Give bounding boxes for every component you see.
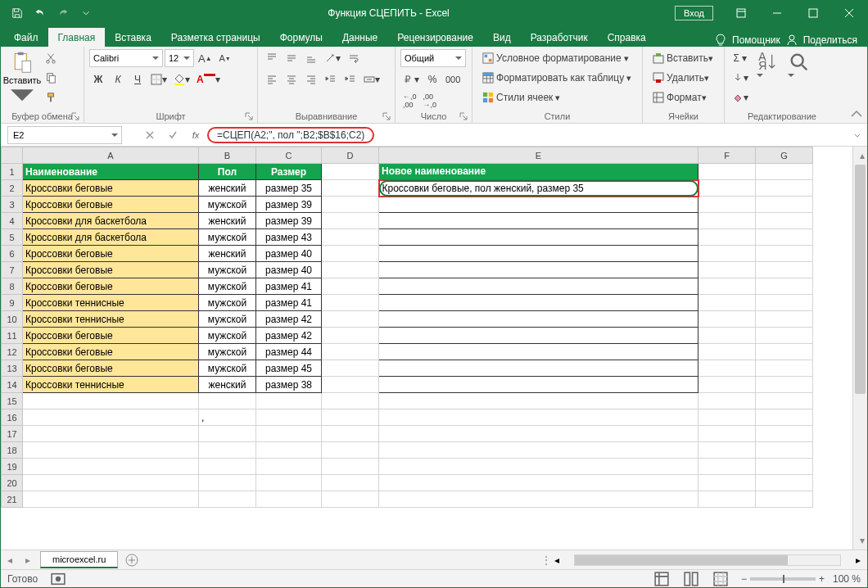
align-center-button[interactable] [283, 70, 301, 88]
italic-button[interactable]: К [109, 70, 127, 88]
share-button[interactable]: Поделиться [803, 34, 857, 46]
minimize-button[interactable] [759, 1, 795, 25]
svg-rect-17 [485, 55, 488, 58]
conditional-format-button[interactable]: Условное форматирование ▾ [477, 49, 634, 67]
zoom-level[interactable]: 100 % [833, 573, 861, 585]
accounting-format-button[interactable]: ₽▾ [400, 70, 422, 88]
format-painter-button[interactable] [42, 88, 60, 106]
svg-rect-13 [204, 74, 215, 76]
qat-dropdown[interactable] [76, 3, 96, 23]
clipboard-launcher[interactable] [71, 111, 81, 121]
format-cells-button[interactable]: Формат▾ [648, 88, 712, 106]
font-name-combo[interactable]: Calibri [89, 49, 163, 67]
expand-formula-bar-button[interactable] [848, 130, 867, 140]
sign-in-button[interactable]: Вход [675, 6, 713, 20]
delete-cells-button[interactable]: Удалить▾ [648, 69, 714, 87]
align-top-button[interactable] [263, 49, 281, 67]
number-format-combo[interactable]: Общий [400, 49, 466, 67]
alignment-launcher[interactable] [382, 111, 392, 121]
tab-review[interactable]: Рецензирование [387, 28, 483, 47]
clear-button[interactable]: ▾ [730, 88, 751, 106]
svg-point-35 [56, 576, 61, 581]
ribbon-display-button[interactable] [723, 1, 759, 25]
close-button[interactable] [831, 1, 867, 25]
orientation-button[interactable]: ▾ [322, 49, 343, 67]
decrease-font-button[interactable]: A▼ [216, 49, 234, 67]
find-select-button[interactable] [785, 49, 813, 97]
sheet-nav-prev[interactable]: ◂ [1, 551, 19, 569]
font-color-button[interactable]: A▾ [194, 70, 223, 88]
cut-button[interactable] [42, 49, 60, 67]
undo-button[interactable] [30, 3, 50, 23]
collapse-ribbon-button[interactable] [849, 106, 864, 121]
sort-filter-button[interactable]: АЯ [754, 49, 782, 97]
normal-view-button[interactable] [653, 572, 671, 586]
tab-help[interactable]: Справка [598, 28, 656, 47]
bold-button[interactable]: Ж [89, 70, 107, 88]
sheet-nav-next[interactable]: ▸ [19, 551, 37, 569]
comma-button[interactable]: 000 [443, 70, 463, 88]
tell-me-button[interactable]: Помощник [732, 34, 780, 46]
fill-color-button[interactable]: ▾ [171, 70, 192, 88]
tab-developer[interactable]: Разработчик [521, 28, 598, 47]
tab-data[interactable]: Данные [332, 28, 387, 47]
horizontal-scrollbar[interactable]: ◂▸ [548, 554, 867, 566]
insert-cells-button[interactable]: Вставить▾ [648, 49, 718, 67]
copy-button[interactable] [42, 69, 60, 87]
group-styles: Условное форматирование ▾ Форматировать … [472, 47, 643, 123]
svg-rect-36 [655, 572, 668, 586]
tab-pagelayout[interactable]: Разметка страницы [161, 28, 270, 47]
format-as-table-button[interactable]: Форматировать как таблицу ▾ [477, 69, 636, 87]
vertical-scrollbar[interactable]: ▴▾ [852, 147, 867, 550]
sheet-tab[interactable]: microexcel.ru [40, 551, 118, 568]
title-bar: Функция СЦЕПИТЬ - Excel Вход [1, 1, 867, 25]
decrease-indent-button[interactable] [322, 70, 340, 88]
increase-font-button[interactable]: A▲ [196, 49, 215, 67]
svg-rect-28 [656, 79, 661, 83]
page-break-button[interactable] [712, 572, 730, 586]
svg-rect-27 [653, 73, 663, 80]
new-sheet-button[interactable] [123, 551, 141, 569]
autosum-button[interactable]: Σ ▾ [730, 49, 751, 67]
percent-button[interactable]: % [423, 70, 441, 88]
paste-button[interactable]: Вставить [6, 49, 38, 108]
cell-styles-button[interactable]: Стили ячеек ▾ [477, 88, 565, 106]
cell-grid[interactable]: ABCDEFG1НаименованиеПолРазмерНовое наиме… [1, 147, 852, 550]
increase-decimal-button[interactable]: ←,0,00 [400, 92, 419, 110]
tab-file[interactable]: Файл [4, 28, 48, 47]
decrease-decimal-button[interactable]: ,00→,0 [421, 92, 440, 110]
zoom-control[interactable]: −+ 100 % [741, 573, 861, 585]
border-button[interactable]: ▾ [148, 70, 170, 88]
tab-formulas[interactable]: Формулы [270, 28, 332, 47]
redo-button[interactable] [53, 3, 73, 23]
window-controls: Вход [675, 1, 867, 25]
align-bottom-button[interactable] [302, 49, 320, 67]
maximize-button[interactable] [795, 1, 831, 25]
save-button[interactable] [7, 3, 27, 23]
underline-button[interactable]: Ч [129, 70, 147, 88]
align-middle-button[interactable] [283, 49, 301, 67]
tab-home[interactable]: Главная [48, 28, 106, 47]
font-launcher[interactable] [245, 111, 255, 121]
tab-insert[interactable]: Вставка [105, 28, 161, 47]
merge-button[interactable]: ▾ [361, 70, 382, 88]
status-text: Готово [7, 573, 38, 585]
fill-button[interactable]: ▾ [730, 69, 751, 87]
align-right-button[interactable] [302, 70, 320, 88]
align-left-button[interactable] [263, 70, 281, 88]
number-launcher[interactable] [459, 111, 469, 121]
svg-rect-12 [174, 84, 184, 85]
increase-indent-button[interactable] [341, 70, 359, 88]
font-size-combo[interactable]: 12 [165, 49, 194, 67]
cancel-formula-button[interactable] [138, 126, 161, 144]
wrap-text-button[interactable] [345, 49, 363, 67]
insert-function-button[interactable]: fx [184, 126, 207, 144]
svg-point-2 [789, 35, 794, 40]
page-layout-button[interactable] [682, 572, 700, 586]
svg-rect-24 [489, 98, 493, 102]
macro-record-icon[interactable] [49, 572, 67, 586]
tab-view[interactable]: Вид [483, 28, 521, 47]
name-box[interactable]: E2 [7, 126, 122, 144]
enter-formula-button[interactable] [161, 126, 184, 144]
formula-input[interactable]: =СЦЕП(A2;", пол ";B2;$B$16;C2) [207, 127, 374, 143]
